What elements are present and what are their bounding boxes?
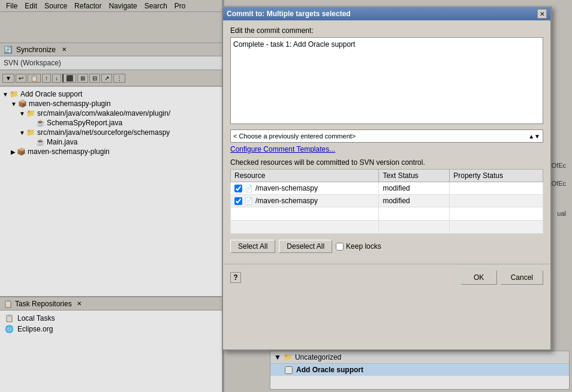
table-actions-row: Select All Deselect All Keep locks	[230, 240, 543, 253]
dropdown-text: < Choose a previously entered comment>	[233, 132, 356, 140]
resources-table: Resource Text Status Property Status 📄 /…	[230, 169, 543, 234]
row2-resource-cell: 📄 /maven-schemaspy	[234, 197, 375, 205]
dialog-content: Edit the commit comment: < Choose a prev…	[223, 20, 550, 259]
help-icon[interactable]: ?	[230, 272, 241, 283]
row2-prop-status	[450, 195, 543, 207]
keep-locks-checkbox[interactable]	[336, 243, 344, 251]
table-row-empty2	[231, 221, 543, 234]
footer-buttons: OK Cancel	[461, 270, 543, 285]
row1-icon: 📄	[245, 185, 253, 192]
ok-button[interactable]: OK	[461, 270, 497, 285]
keep-locks-container: Keep locks	[336, 242, 381, 251]
col-header-prop-status: Property Status	[450, 170, 543, 182]
configure-link[interactable]: Configure Comment Templates...	[230, 145, 543, 153]
row2-resource: /maven-schemaspy	[255, 197, 318, 205]
row2-text-status: modified	[379, 195, 450, 207]
dialog-title: Commit to: Multiple targets selected	[227, 10, 351, 18]
row1-resource: /maven-schemaspy	[255, 184, 318, 192]
table-row: 📄 /maven-schemaspy modified	[231, 182, 543, 195]
dialog-close-button[interactable]: ✕	[537, 9, 547, 19]
comment-label: Edit the commit comment:	[230, 26, 543, 35]
table-row: 📄 /maven-schemaspy modified	[231, 195, 543, 207]
comment-dropdown[interactable]: < Choose a previously entered comment> ▲…	[230, 129, 543, 143]
table-row-empty1	[231, 207, 543, 221]
comment-textarea[interactable]	[230, 37, 543, 124]
commit-dialog: Commit to: Multiple targets selected ✕ E…	[222, 6, 552, 351]
cancel-button[interactable]: Cancel	[501, 270, 543, 285]
row1-prop-status	[450, 182, 543, 195]
select-all-button[interactable]: Select All	[230, 240, 275, 253]
deselect-all-button[interactable]: Deselect All	[279, 240, 332, 253]
dialog-footer: ? OK Cancel	[223, 264, 550, 291]
row2-checkbox[interactable]	[234, 197, 242, 205]
row1-text-status: modified	[379, 182, 450, 195]
dialog-titlebar: Commit to: Multiple targets selected ✕	[223, 7, 550, 20]
row2-icon: 📄	[245, 197, 253, 205]
row1-checkbox[interactable]	[234, 185, 242, 192]
row1-resource-cell: 📄 /maven-schemaspy	[234, 184, 375, 192]
col-header-resource: Resource	[231, 170, 379, 182]
keep-locks-label: Keep locks	[346, 242, 381, 251]
resources-label: Checked resources will be committed to S…	[230, 158, 543, 167]
dropdown-arrow-icon: ▲▼	[528, 133, 540, 140]
col-header-text-status: Text Status	[379, 170, 450, 182]
